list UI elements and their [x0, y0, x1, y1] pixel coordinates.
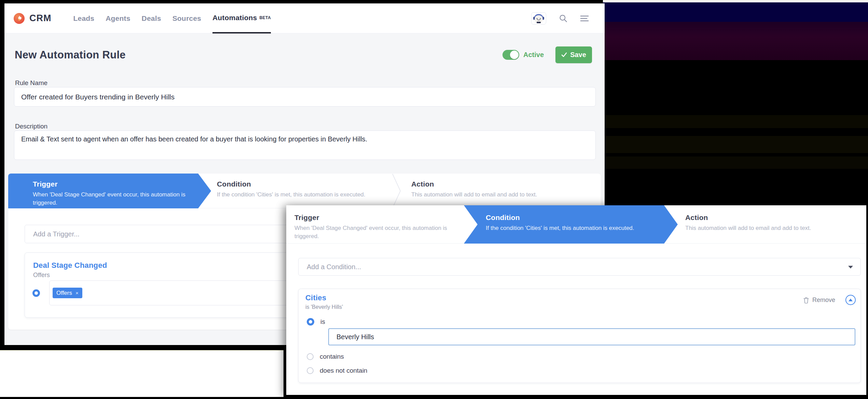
step-description: This automation will add to email and ad… — [685, 224, 856, 232]
step-trigger-active[interactable]: Trigger When 'Deal Stage Changed' event … — [8, 174, 211, 208]
nav-item-automations-label: Automations — [212, 14, 257, 22]
radio-is-label: is — [320, 318, 325, 326]
add-trigger-placeholder: Add a Trigger... — [25, 230, 80, 238]
step-title: Action — [685, 214, 856, 222]
step-title: Condition — [486, 214, 678, 222]
radio-contains-label: contains — [320, 353, 344, 360]
active-toggle[interactable] — [502, 50, 519, 60]
beta-badge: BETA — [259, 15, 271, 20]
step-title: Condition — [217, 180, 389, 188]
stepper: Trigger When 'Deal Stage Changed' event … — [8, 174, 601, 208]
brand-name: CRM — [29, 13, 52, 24]
offers-chip-label: Offers — [56, 290, 72, 297]
menu-button[interactable] — [580, 15, 589, 22]
triangle-up-icon — [849, 299, 853, 301]
page-header: New Automation Rule Active Save — [15, 46, 592, 63]
rule-name-label: Rule Name — [15, 79, 47, 87]
step-title: Trigger — [294, 214, 457, 222]
step-description: This automation will add to email and ad… — [411, 191, 589, 199]
robot-avatar-icon — [533, 13, 545, 24]
background-white-sheet — [0, 350, 284, 397]
page-header-actions: Active Save — [502, 46, 592, 63]
nav-item-automations[interactable]: Automations BETA — [212, 4, 271, 33]
nav-item-agents[interactable]: Agents — [106, 14, 130, 23]
background-stripe-olive — [603, 156, 868, 169]
search-button[interactable] — [559, 14, 568, 23]
step-condition-active[interactable]: Condition If the condition 'Cities' is m… — [464, 205, 678, 244]
cities-card-title: Cities — [305, 293, 343, 302]
cities-condition-card: Cities is 'Beverly Hills' Remove is cont… — [298, 289, 861, 383]
offers-chip[interactable]: Offers × — [53, 288, 82, 298]
city-value-input[interactable] — [328, 328, 855, 345]
remove-button-label: Remove — [812, 297, 835, 304]
step-condition[interactable]: Condition If the condition 'Cities' is m… — [217, 180, 389, 199]
page-title: New Automation Rule — [15, 49, 126, 61]
chevron-down-icon — [848, 266, 853, 269]
add-condition-placeholder: Add a Condition... — [299, 263, 361, 271]
nav-links: Leads Agents Deals Sources Automations B… — [73, 3, 271, 33]
nav-right — [531, 12, 589, 25]
chip-close-icon[interactable]: × — [75, 290, 79, 296]
cities-card-subtitle: is 'Beverly Hills' — [305, 304, 343, 310]
rule-name-input[interactable] — [14, 87, 596, 107]
trash-icon — [803, 297, 809, 304]
description-input[interactable]: Email & Text sent to agent when an offer… — [14, 130, 596, 160]
save-button[interactable]: Save — [555, 46, 592, 63]
nav-item-sources[interactable]: Sources — [173, 14, 201, 23]
flame-icon — [16, 15, 23, 22]
option-row-does-not-contain: does not contain — [307, 367, 367, 374]
background-stripe-olive — [603, 115, 868, 128]
save-button-label: Save — [570, 51, 586, 59]
check-icon — [561, 52, 567, 57]
background-stripe-navy — [603, 2, 868, 22]
stepper: Trigger When 'Deal Stage Changed' event … — [286, 205, 866, 244]
option-row-contains: contains — [307, 353, 344, 360]
step-description: If the condition 'Cities' is met, this a… — [217, 191, 389, 199]
radio-does-not-contain-label: does not contain — [320, 367, 367, 374]
cities-card-header: Cities is 'Beverly Hills' — [305, 293, 343, 310]
search-icon — [559, 14, 568, 23]
step-title: Action — [411, 180, 589, 188]
radio-does-not-contain[interactable] — [307, 367, 314, 374]
nav-item-deals[interactable]: Deals — [142, 14, 161, 23]
condition-window: Trigger When 'Deal Stage Changed' event … — [286, 205, 866, 395]
background-stripe-white — [603, 0, 868, 2]
toggle-knob — [510, 51, 519, 59]
remove-condition-button[interactable]: Remove — [803, 297, 835, 304]
active-toggle-label: Active — [523, 51, 544, 59]
add-condition-select[interactable]: Add a Condition... — [298, 258, 861, 276]
option-row-is: is — [307, 318, 325, 326]
background-stripe-olive — [603, 136, 868, 153]
collapse-card-button[interactable] — [845, 295, 856, 305]
step-description: When 'Deal Stage Changed' event occur, t… — [294, 224, 455, 240]
radio-is-selected[interactable] — [307, 318, 314, 326]
step-action[interactable]: Action This automation will add to email… — [685, 214, 856, 232]
background-stripe-purple — [603, 22, 868, 60]
step-action[interactable]: Action This automation will add to email… — [411, 180, 589, 199]
assistant-avatar[interactable] — [531, 12, 546, 25]
top-nav: CRM Leads Agents Deals Sources Automatio… — [4, 3, 605, 33]
step-trigger[interactable]: Trigger When 'Deal Stage Changed' event … — [294, 214, 457, 240]
crm-logo[interactable] — [14, 13, 25, 24]
hamburger-menu-icon — [580, 15, 589, 22]
step-description: When 'Deal Stage Changed' event occur, t… — [33, 191, 198, 207]
radio-contains[interactable] — [307, 353, 314, 360]
step-title: Trigger — [33, 180, 211, 188]
nav-item-leads[interactable]: Leads — [73, 14, 95, 23]
step-description: If the condition 'Cities' is met, this a… — [486, 224, 658, 232]
step-separator-chevron — [392, 174, 401, 208]
description-label: Description — [15, 123, 47, 130]
trigger-radio-selected[interactable] — [32, 289, 40, 297]
